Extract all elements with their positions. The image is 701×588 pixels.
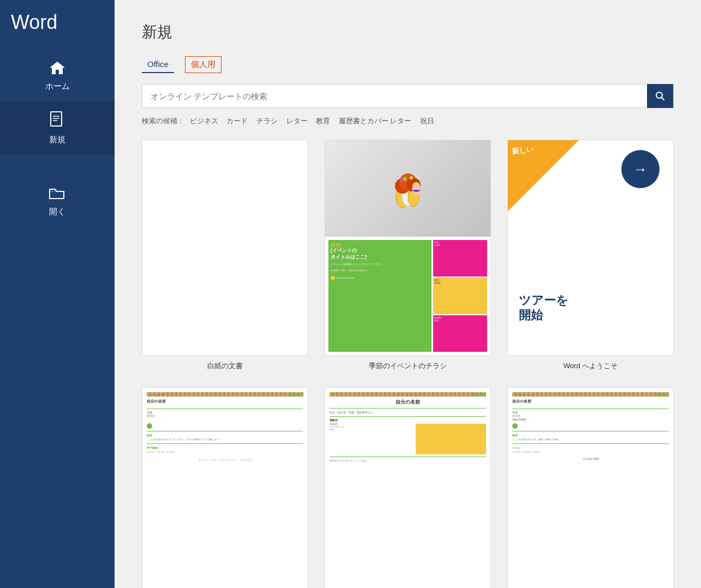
template-seasonal[interactable]: [日付] [イベントのタイトルはここ] イベントの詳細をここに入力してください。… (325, 140, 491, 371)
main-content: 新規 Office 個人用 検索の候補： ビジネス カード チラシ レター 教育… (115, 0, 701, 588)
page-title: 新規 (142, 22, 674, 43)
tour-text: ツアーを開始 (519, 293, 568, 322)
blank-thumb (142, 140, 308, 356)
tour-arrow-icon: → (633, 161, 648, 178)
open-folder-icon (49, 187, 66, 203)
moo2-thumb: ♠MOO 自分の名前 氏名・会社名・役職・電話番号など 連絡先 電話番号メールア… (325, 387, 491, 588)
suggestion-card[interactable]: カード (226, 117, 248, 125)
home-icon (49, 60, 66, 78)
sidebar-nav: ホーム 新規 開く (0, 50, 115, 227)
suggestion-holiday[interactable]: 祝日 (420, 117, 434, 125)
svg-point-12 (403, 177, 407, 181)
seasonal-thumb: [日付] [イベントのタイトルはここ] イベントの詳細をここに入力してください。… (325, 140, 491, 356)
moo1-thumb: ♠MOO 自分の名前 役職 会社名 略歴 ここに自己紹介文を入力してください。ス… (142, 387, 308, 588)
sidebar-item-home[interactable]: ホーム (0, 50, 115, 101)
suggestions-label: 検索の候補： (142, 117, 184, 125)
sidebar-item-open[interactable]: 開く (0, 177, 115, 227)
svg-point-16 (412, 182, 420, 190)
moo3-thumb: ♠MOO 自分の名前 役職 会社名 連絡先情報 略歴 ここに自己紹介文を入力。経… (507, 387, 674, 588)
sidebar-label-home: ホーム (45, 81, 70, 92)
suggestion-education[interactable]: 教育 (316, 117, 330, 125)
tab-personal[interactable]: 個人用 (185, 56, 221, 73)
moo-logo-1: ♠MOO (289, 392, 303, 398)
template-moo3[interactable]: ♠MOO 自分の名前 役職 会社名 連絡先情報 略歴 ここに自己紹介文を入力。経… (507, 387, 674, 588)
sidebar-item-new[interactable]: 新規 (0, 101, 115, 155)
sidebar-label-new: 新規 (49, 135, 65, 145)
template-moo2[interactable]: ♠MOO 自分の名前 氏名・会社名・役職・電話番号など 連絡先 電話番号メールア… (325, 387, 491, 588)
search-button[interactable] (647, 84, 673, 108)
search-bar (142, 84, 674, 108)
template-name-tour: Word へようこそ (564, 361, 618, 371)
sidebar-label-open: 開く (49, 207, 65, 217)
svg-line-5 (662, 98, 664, 100)
search-input[interactable] (142, 92, 647, 101)
tab-office[interactable]: Office (142, 56, 174, 73)
template-tour[interactable]: 新しい → ツアーを開始 Word へようこそ (507, 140, 674, 371)
template-name-seasonal: 季節のイベントのチラシ (369, 361, 447, 371)
template-name-blank: 白紙の文書 (207, 361, 243, 371)
app-title: Word (0, 11, 57, 34)
svg-point-13 (410, 176, 413, 179)
tab-bar: Office 個人用 (142, 56, 674, 73)
svg-point-14 (400, 179, 403, 182)
moo-logo-2: ♠MOO (472, 392, 486, 398)
tour-new-label: 新しい (512, 145, 534, 156)
flyer-image (325, 140, 490, 237)
search-suggestions: 検索の候補： ビジネス カード チラシ レター 教育 履歴書とカバー レター 祝… (142, 116, 674, 126)
new-doc-icon (50, 111, 65, 131)
tour-thumb: 新しい → ツアーを開始 (507, 140, 674, 356)
suggestion-letter[interactable]: レター (286, 117, 308, 125)
suggestion-business[interactable]: ビジネス (190, 117, 218, 125)
sidebar: Word ホーム 新規 (0, 0, 115, 588)
template-blank[interactable]: 白紙の文書 (142, 140, 308, 371)
suggestion-resume[interactable]: 履歴書とカバー レター (339, 117, 412, 125)
moo-logo-3: ♠MOO (655, 392, 669, 398)
search-icon (655, 91, 665, 101)
template-moo1[interactable]: ♠MOO 自分の名前 役職 会社名 略歴 ここに自己紹介文を入力してください。ス… (142, 387, 308, 588)
tour-circle: → (621, 150, 660, 188)
suggestion-flyer[interactable]: チラシ (256, 117, 278, 125)
svg-rect-0 (51, 112, 62, 126)
template-grid: 白紙の文書 (142, 140, 674, 588)
